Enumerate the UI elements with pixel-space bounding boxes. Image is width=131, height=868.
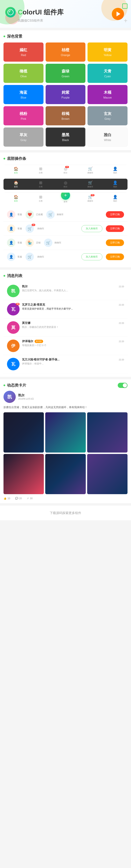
nav-label-points-2: 积分 <box>63 185 68 188</box>
home-icon-2: 🏠 <box>14 181 18 185</box>
message-list-title: 消息列表 <box>3 273 128 278</box>
cart-label-row4: 购物车 <box>37 255 44 258</box>
shares-count: 30 <box>30 497 33 500</box>
msg-header: 伊泽瑞尔新消息22:20 <box>22 340 124 343</box>
category-icon-1: ⊞ <box>39 167 42 171</box>
msg-content: 莫甘娜22:20凯尔，你被自己的光芒变的盲目！ <box>22 321 124 334</box>
add-cart-btn-4[interactable]: 加入购物车 <box>81 253 102 260</box>
msg-avatar: 伊 <box>7 340 20 352</box>
color-cell-yellow[interactable]: 明黄Yellow <box>87 42 128 62</box>
msg-preview-bold: 塔里克是保护者星灵，用超乎寻常的力量守护... <box>22 307 73 310</box>
color-cell-green[interactable]: 森绿Green <box>46 64 85 83</box>
nav-item-category-2[interactable]: ⊞ 分类 <box>28 180 53 189</box>
color-cell-orange[interactable]: 桔橙Orange <box>46 42 85 62</box>
msg-name: 瓦罗兰之盾·塔里克 <box>22 303 45 307</box>
card-image-4 <box>45 454 85 494</box>
card-likes: 👍 10 <box>3 497 10 500</box>
nav-item-points-2[interactable]: ◎ 积分 <box>53 180 78 189</box>
dark-bg-section: 深色背景 嫣红Red桔橙Orange明黄Yellow橄榄Olive森绿Green… <box>0 30 131 150</box>
color-cell-red[interactable]: 嫣红Red <box>3 42 44 62</box>
color-cell-pink[interactable]: 桃粉Pink <box>3 106 44 125</box>
message-item[interactable]: 瓦99瓦罗兰之盾·塔里克22:20塔里克是保护者星灵，用超乎寻常的力量守护... <box>3 300 128 318</box>
color-name-cn: 桃粉 <box>20 111 27 116</box>
thumb-icon: 👍 <box>3 497 6 500</box>
msg-content: 伊泽瑞尔新消息22:20等我回来买一个打十个 <box>22 340 124 352</box>
nav-item-home-1[interactable]: 🏠 首页 <box>3 166 28 175</box>
color-name-cn: 玄灰 <box>104 111 111 116</box>
nav-item-cart-3[interactable]: 🛒99 购物车 <box>78 194 103 203</box>
action-row-1: 👤 客服 ❤️ 已收藏 🛒 购物车 立即订购 <box>3 208 128 222</box>
color-name-cn: 桔橙 <box>62 48 69 53</box>
message-item[interactable]: 凯凯尔22:20我已无理可为，踏入此死地，不再受凡人... <box>3 282 128 300</box>
center-plus-button[interactable]: + <box>61 193 70 200</box>
message-item[interactable]: 莫莫甘娜22:20凯尔，你被自己的光芒变的盲目！ <box>3 318 128 337</box>
color-cell-grey[interactable]: 玄灰Grey <box>87 106 128 125</box>
nav-item-mine-3[interactable]: 👤 我的 <box>103 194 128 203</box>
nav-item-mine-1[interactable]: 👤 我的 <box>103 166 128 175</box>
nav-label-mine-1: 我的 <box>113 172 117 174</box>
color-cell-blue[interactable]: 海蓝Blue <box>3 85 44 104</box>
points-badge-1: 99 <box>65 166 69 168</box>
nav-item-cart-2[interactable]: 🛒 购物车 <box>78 180 103 189</box>
color-cell-gray[interactable]: 草灰Gray <box>3 127 44 147</box>
nav-label-cart-2: 购物车 <box>87 185 93 188</box>
card-images <box>3 412 128 494</box>
nav-item-cart-1[interactable]: 🛒 购物车 <box>78 166 103 175</box>
add-cart-btn-2[interactable]: 加入购物车 <box>81 225 102 232</box>
home-icon-1: 🏠 <box>14 167 18 171</box>
nav-label-home-2: 首页 <box>14 185 18 188</box>
bottom-nav-section: 底部操作条 🏠 首页 ⊞ 分类 ◎99 积分 🛒 购物车 👤 我的 <box>0 153 131 267</box>
home-icon-3: 🏠 <box>14 195 18 199</box>
color-cell-purple[interactable]: 姹紫Purple <box>46 85 85 104</box>
message-item[interactable]: 瓦瓦兰大陆·暗衣守护者-新手保...22:20伊泽瑞尔：传送中... <box>3 355 128 373</box>
card-date: 2019年12月3日 <box>18 397 34 401</box>
color-cell-mauve[interactable]: 木槿Mauve <box>87 85 128 104</box>
message-list: 凯凯尔22:20我已无理可为，踏入此死地，不再受凡人...瓦99瓦罗兰之盾·塔里… <box>3 282 128 373</box>
color-name-cn: 天青 <box>104 69 111 74</box>
play-button[interactable] <box>112 8 124 20</box>
card-comments: 💬 20 <box>15 497 22 500</box>
action-row-3: 👤 客服 🏪 店铺 🛒 购物车 立即订购 <box>3 236 128 250</box>
order-btn-2[interactable]: 立即订购 <box>106 225 124 232</box>
action-row-2: 👤 客服 🛒 99 购物车 加入购物车 立即订购 <box>3 222 128 236</box>
color-cell-olive[interactable]: 橄榄Olive <box>3 64 44 83</box>
color-cell-cyan[interactable]: 天青Cyan <box>87 64 128 83</box>
nav-item-points-1[interactable]: ◎99 积分 <box>53 166 78 175</box>
msg-unread-badge: 99 <box>16 303 20 305</box>
message-item[interactable]: 伊伊泽瑞尔新消息22:20等我回来买一个打十个 <box>3 337 128 355</box>
order-btn-4[interactable]: 立即订购 <box>106 253 124 260</box>
toggle-switch[interactable] <box>118 383 128 388</box>
download-footer[interactable]: 下载源码探索更多组件 <box>0 506 131 520</box>
nav-item-mine-2[interactable]: 👤 我的 <box>103 180 128 189</box>
plus-icon[interactable]: + <box>124 17 128 24</box>
nav-label-category-3: 分类 <box>39 200 43 202</box>
nav-label-publish: 发布 <box>63 200 68 203</box>
nav-item-category-1[interactable]: ⊞ 分类 <box>28 166 53 175</box>
msg-header: 瓦兰大陆·暗衣守护者-新手保...22:20 <box>22 358 124 362</box>
message-list-section: 消息列表 凯凯尔22:20我已无理可为，踏入此死地，不再受凡人...瓦99瓦罗兰… <box>0 270 131 377</box>
msg-name: 伊泽瑞尔新消息 <box>22 340 43 343</box>
color-cell-white[interactable]: 雅白White <box>87 127 128 147</box>
share-icon: ↗ <box>27 497 29 500</box>
color-cell-black[interactable]: 墨黑Black <box>46 127 85 147</box>
card-header: 动态类卡片 <box>3 383 128 388</box>
msg-time: 22:20 <box>119 285 124 288</box>
msg-preview: 凯尔，你被自己的光芒变的盲目！ <box>22 326 124 329</box>
card-title-text: 动态类卡片 <box>7 383 26 388</box>
nav-item-category-3[interactable]: ⊞ 分类 <box>28 194 53 203</box>
nav-label-home-3: 首页 <box>14 200 18 202</box>
nav-center-plus-item[interactable]: + 发布 <box>53 194 78 203</box>
card-image-5 <box>87 454 128 494</box>
cart-icon-2: 🛒 <box>88 181 93 185</box>
color-cell-brown[interactable]: 棕褐Brown <box>46 106 85 125</box>
order-btn-3[interactable]: 立即订购 <box>106 240 124 246</box>
order-btn-1[interactable]: 立即订购 <box>106 211 124 218</box>
color-name-en: Black <box>62 138 69 142</box>
nav-label-category-1: 分类 <box>39 172 43 174</box>
card-footer: 👍 10 💬 20 ↗ 30 <box>3 497 128 500</box>
color-name-en: Green <box>62 75 69 78</box>
dark-bg-title-text: 深色背景 <box>7 34 22 39</box>
color-name-en: Cyan <box>104 75 111 78</box>
nav-item-home-2[interactable]: 🏠 首页 <box>3 180 28 189</box>
nav-item-home-3[interactable]: 🏠 首页 <box>3 194 28 203</box>
